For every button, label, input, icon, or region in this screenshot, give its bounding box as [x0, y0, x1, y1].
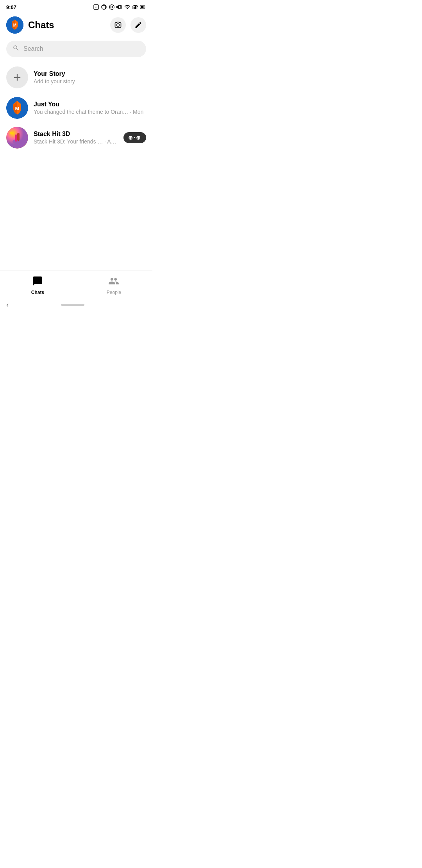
svg-rect-16 [17, 133, 20, 141]
stack-hit-avatar [6, 127, 28, 149]
svg-rect-5 [136, 5, 137, 9]
stack-hit-preview: Stack Hit 3D: Your friends … · Apr 28 [34, 138, 118, 145]
nav-chats[interactable]: Chats [16, 274, 60, 297]
edit-button[interactable] [131, 17, 146, 33]
home-indicator [61, 304, 84, 306]
game-controller-badge: ⊕·⊕ [123, 132, 146, 143]
nav-chats-label: Chats [31, 290, 44, 295]
fox-logo-icon: M [6, 16, 23, 34]
story-title: Your Story [34, 70, 75, 77]
stack-hit-name: Stack Hit 3D [34, 131, 118, 138]
nav-people[interactable]: People [91, 274, 137, 297]
wifi-icon [124, 4, 131, 10]
notification-icon: □ [93, 4, 99, 10]
svg-rect-2 [132, 7, 133, 9]
just-you-name: Just You [34, 101, 146, 108]
nav-bottom-bar: ‹ [0, 298, 152, 313]
svg-rect-3 [134, 7, 135, 9]
user-avatar[interactable]: M [6, 16, 23, 34]
back-button[interactable]: ‹ [6, 301, 9, 309]
just-you-preview: You changed the chat theme to Oran… · Mo… [34, 109, 146, 115]
svg-text:M: M [15, 106, 20, 111]
story-text: Your Story Add to your story [34, 70, 75, 84]
stack-hit-avatar-icon [6, 127, 28, 149]
edit-icon [134, 21, 142, 29]
svg-text:M: M [13, 23, 16, 27]
stack-hit-info: Stack Hit 3D Stack Hit 3D: Your friends … [34, 131, 118, 145]
page-title: Chats [28, 20, 106, 30]
just-you-avatar: M [6, 97, 28, 119]
svg-rect-15 [15, 135, 17, 142]
status-bar: 9:07 □ [0, 0, 152, 13]
signal-icon [132, 4, 138, 10]
add-story-button[interactable] [6, 66, 28, 88]
messenger-icon [101, 4, 107, 10]
just-you-info: Just You You changed the chat theme to O… [34, 101, 146, 115]
header: M Chats [0, 13, 152, 38]
mentions-icon [109, 4, 115, 10]
status-time: 9:07 [6, 4, 16, 10]
status-icons: □ [93, 4, 146, 10]
stack-hit-badge: ⊕·⊕ [123, 132, 146, 143]
bottom-nav: Chats People ‹ [0, 271, 152, 313]
game-controller-icon: ⊕·⊕ [128, 135, 141, 141]
chat-item-stack-hit[interactable]: Stack Hit 3D Stack Hit 3D: Your friends … [0, 123, 152, 152]
people-nav-icon [108, 276, 119, 288]
camera-icon [114, 21, 122, 29]
search-placeholder: Search [23, 45, 43, 52]
camera-button[interactable] [110, 17, 126, 33]
story-subtitle: Add to your story [34, 78, 75, 84]
nav-items: Chats People [0, 271, 152, 298]
svg-rect-4 [135, 6, 136, 9]
search-container: Search [0, 38, 152, 62]
search-bar[interactable]: Search [6, 41, 146, 57]
svg-text:□: □ [95, 6, 97, 9]
plus-icon [12, 72, 23, 83]
battery-icon [140, 4, 146, 10]
just-you-avatar-icon: M [6, 97, 28, 119]
svg-rect-7 [141, 6, 143, 8]
story-item[interactable]: Your Story Add to your story [0, 62, 152, 93]
search-icon [13, 45, 20, 53]
nav-people-label: People [107, 290, 121, 295]
chat-item-just-you[interactable]: M Just You You changed the chat theme to… [0, 93, 152, 123]
vibrate-icon [116, 4, 123, 10]
chats-nav-icon [32, 276, 43, 288]
